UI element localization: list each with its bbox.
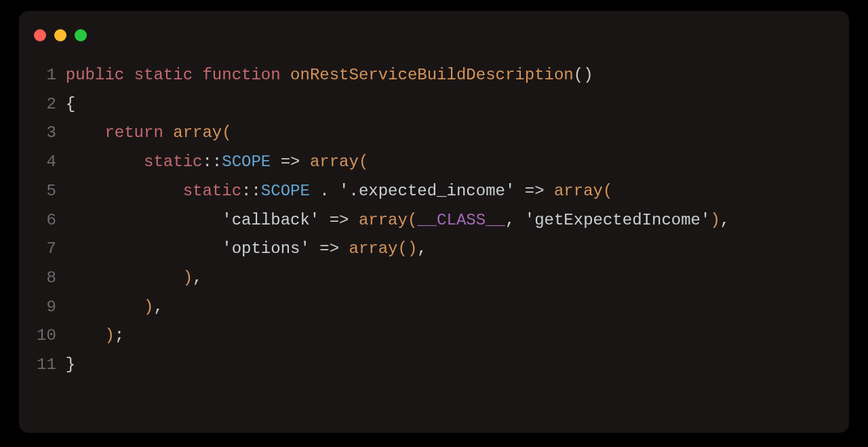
line-content: 'callback' => array(__CLASS__, 'getExpec… [66, 206, 730, 235]
code-token [66, 211, 222, 229]
code-line: 2{ [37, 90, 831, 119]
line-content: 'options' => array(), [66, 235, 427, 264]
code-token: ) [104, 326, 114, 345]
code-token: , [720, 211, 730, 229]
code-token: SCOPE [222, 153, 271, 171]
line-content: static::SCOPE . '.expected_income' => ar… [66, 177, 613, 206]
code-line: 4 static::SCOPE => array( [37, 148, 831, 177]
code-token: SCOPE [261, 182, 310, 200]
code-token: array [554, 182, 603, 200]
code-line: 8 ), [37, 264, 831, 293]
code-token: , [153, 298, 163, 316]
code-token [339, 239, 349, 258]
code-token: 'callback' [222, 211, 319, 229]
code-token [193, 66, 202, 84]
code-token: ( [359, 153, 368, 171]
code-line: 10 ); [37, 322, 831, 351]
line-number: 5 [37, 177, 56, 206]
line-content: ), [66, 264, 203, 293]
code-area[interactable]: 1public static function onRestServiceBui… [19, 46, 849, 397]
code-line: 5 static::SCOPE . '.expected_income' => … [37, 177, 831, 206]
code-token: ) [144, 298, 153, 316]
line-number: 2 [37, 90, 56, 119]
line-number: 10 [37, 322, 56, 351]
code-token: => [319, 239, 339, 258]
close-icon[interactable] [34, 29, 46, 41]
code-token: ) [710, 211, 719, 229]
code-token [66, 298, 144, 316]
code-token [281, 66, 290, 84]
code-token: => [330, 211, 349, 229]
code-token: :: [202, 153, 222, 171]
line-content: return array( [66, 119, 232, 148]
code-token: static [134, 66, 193, 84]
line-content: static::SCOPE => array( [66, 148, 369, 177]
code-token [66, 269, 183, 287]
code-token: => [525, 182, 545, 200]
code-token: static [183, 182, 241, 200]
code-token: 'options' [222, 239, 310, 258]
code-token: onRestServiceBuildDescription [290, 66, 574, 84]
code-token: array [173, 123, 222, 142]
line-content: ), [66, 293, 163, 322]
code-token [66, 182, 183, 200]
code-token [66, 326, 105, 345]
code-token: ( [603, 182, 612, 200]
titlebar [19, 11, 849, 46]
code-line: 6 'callback' => array(__CLASS__, 'getExp… [37, 206, 831, 235]
code-token: '.expected_income' [339, 182, 515, 200]
code-line: 9 ), [37, 293, 831, 322]
code-token: ) [183, 269, 193, 287]
zoom-icon[interactable] [75, 29, 87, 41]
code-token: => [281, 153, 300, 171]
line-content: public static function onRestServiceBuil… [66, 61, 593, 90]
code-token: , [193, 269, 202, 287]
line-content: { [66, 90, 75, 119]
code-token: array [359, 211, 408, 229]
code-token: ( [222, 123, 231, 142]
code-token [545, 182, 554, 200]
code-token [66, 239, 222, 258]
minimize-icon[interactable] [54, 29, 66, 41]
code-token: array [349, 239, 397, 258]
code-token [124, 66, 134, 84]
code-token: __CLASS__ [417, 211, 505, 229]
code-line: 1public static function onRestServiceBui… [37, 61, 831, 90]
code-token: return [104, 123, 163, 142]
code-token [66, 123, 105, 142]
code-token [163, 123, 173, 142]
code-token [66, 153, 144, 171]
code-token [515, 182, 524, 200]
line-number: 6 [37, 206, 56, 235]
code-token [349, 211, 358, 229]
code-token: . [310, 182, 339, 200]
code-token [300, 153, 309, 171]
code-token: { [66, 95, 75, 113]
code-token: } [66, 355, 75, 374]
code-token: () [574, 66, 593, 84]
code-line: 11} [37, 351, 831, 380]
code-token: ( [408, 211, 417, 229]
code-token: :: [241, 182, 261, 200]
code-token: public [66, 66, 124, 84]
line-number: 7 [37, 235, 56, 264]
code-token: array [310, 153, 359, 171]
line-number: 9 [37, 293, 56, 322]
line-number: 4 [37, 148, 56, 177]
code-token [271, 153, 280, 171]
code-token: static [144, 153, 202, 171]
code-token: , [505, 211, 525, 229]
line-content: } [66, 351, 75, 380]
code-line: 3 return array( [37, 119, 831, 148]
code-token: 'getExpectedIncome' [525, 211, 711, 229]
code-window: 1public static function onRestServiceBui… [19, 11, 849, 433]
line-number: 1 [37, 61, 56, 90]
code-token: ; [115, 326, 124, 345]
code-token [319, 211, 329, 229]
code-token: , [417, 239, 427, 258]
code-line: 7 'options' => array(), [37, 235, 831, 264]
code-token [310, 239, 319, 258]
line-number: 3 [37, 119, 56, 148]
line-content: ); [66, 322, 124, 351]
code-token: () [398, 239, 418, 258]
